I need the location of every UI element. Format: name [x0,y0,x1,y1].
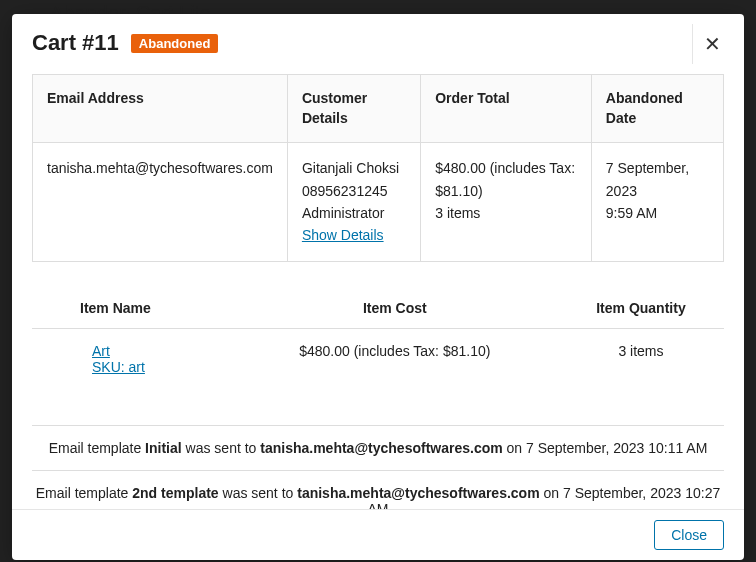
cell-email: tanisha.mehta@tychesoftwares.com [33,143,288,262]
log-mid: was sent to [219,485,298,501]
log-template-name: 2nd template [132,485,218,501]
col-date: Abandoned Date [591,75,723,143]
modal-body[interactable]: Email Address Customer Details Order Tot… [12,74,744,509]
customer-role: Administrator [302,205,384,221]
table-header-row: Item Name Item Cost Item Quantity [32,290,724,329]
modal-footer: Close [12,509,744,560]
customer-name: Gitanjali Choksi [302,160,399,176]
log-prefix: Email template [49,440,145,456]
cart-detail-modal: Cart #11 Abandoned ✕ Email Address Custo… [12,14,744,560]
table-row: Art SKU: art $480.00 (includes Tax: $81.… [32,328,724,389]
order-total-value: $480.00 (includes Tax: $81.10) [435,160,575,198]
modal-title: Cart #11 [32,30,119,56]
col-item-name: Item Name [32,290,232,329]
modal-header: Cart #11 Abandoned ✕ [12,14,744,74]
cell-item-qty: 3 items [558,328,724,389]
email-log-entry: Email template 2nd template was sent to … [32,471,724,509]
col-item-cost: Item Cost [232,290,558,329]
item-name-link[interactable]: Art [92,343,110,359]
cell-item-cost: $480.00 (includes Tax: $81.10) [232,328,558,389]
log-email: tanisha.mehta@tychesoftwares.com [260,440,502,456]
log-template-name: Initial [145,440,182,456]
log-prefix: Email template [36,485,132,501]
log-suffix: on 7 September, 2023 10:11 AM [503,440,708,456]
close-button[interactable]: Close [654,520,724,550]
cell-customer: Gitanjali Choksi 08956231245 Administrat… [287,143,420,262]
log-email: tanisha.mehta@tychesoftwares.com [297,485,539,501]
table-header-row: Email Address Customer Details Order Tot… [33,75,724,143]
customer-phone: 08956231245 [302,183,388,199]
log-mid: was sent to [182,440,261,456]
cell-item-name: Art SKU: art [32,328,232,389]
cart-info-table: Email Address Customer Details Order Tot… [32,74,724,262]
email-log-entry: Email template Initial was sent to tanis… [32,426,724,471]
table-row: tanisha.mehta@tychesoftwares.com Gitanja… [33,143,724,262]
order-items-count: 3 items [435,205,480,221]
cart-items-table: Item Name Item Cost Item Quantity Art SK… [32,290,724,389]
item-sku-link[interactable]: SKU: art [92,359,224,375]
col-item-qty: Item Quantity [558,290,724,329]
status-badge: Abandoned [131,34,219,53]
col-customer: Customer Details [287,75,420,143]
cell-order-total: $480.00 (includes Tax: $81.10) 3 items [421,143,592,262]
col-email: Email Address [33,75,288,143]
abandoned-date: 7 September, 2023 [606,160,689,198]
cell-abandoned-date: 7 September, 2023 9:59 AM [591,143,723,262]
show-details-link[interactable]: Show Details [302,227,384,243]
col-total: Order Total [421,75,592,143]
abandoned-time: 9:59 AM [606,205,657,221]
close-icon[interactable]: ✕ [692,24,732,64]
